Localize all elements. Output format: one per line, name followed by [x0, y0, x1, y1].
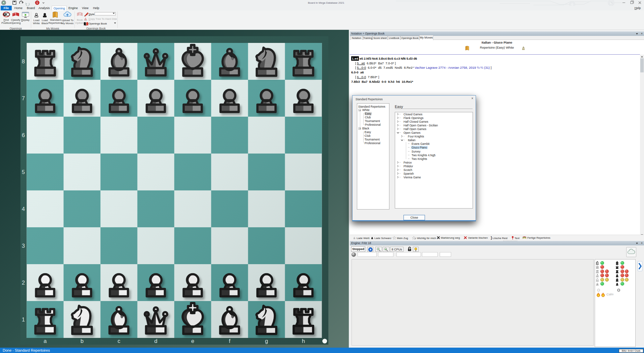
svg-text:h: h [302, 338, 305, 344]
svg-text:e: e [191, 338, 194, 344]
svg-text:8: 8 [22, 58, 25, 64]
svg-text:4: 4 [22, 206, 25, 212]
svg-text:7: 7 [22, 95, 25, 101]
svg-text:c: c [117, 338, 120, 344]
svg-text:1: 1 [22, 316, 25, 322]
svg-text:5: 5 [22, 169, 25, 175]
svg-text:f: f [229, 338, 230, 344]
svg-text:2: 2 [22, 280, 25, 286]
svg-text:b: b [80, 338, 84, 344]
svg-text:g: g [265, 338, 268, 344]
svg-text:a: a [44, 338, 47, 344]
svg-text:6: 6 [22, 132, 25, 138]
svg-text:d: d [154, 338, 157, 344]
svg-text:3: 3 [22, 243, 25, 249]
